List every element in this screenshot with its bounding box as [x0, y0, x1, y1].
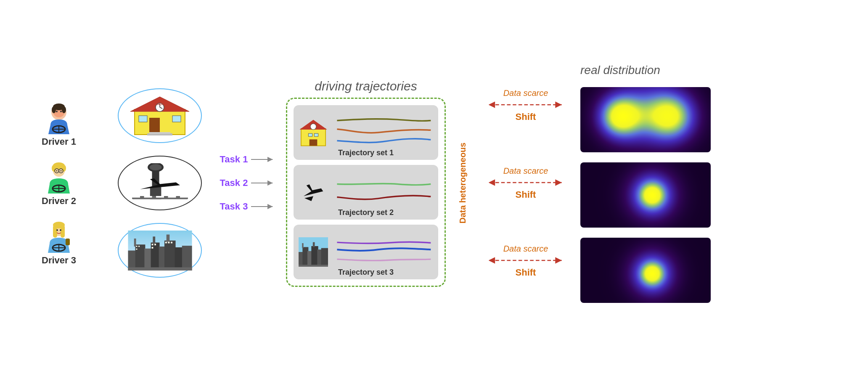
- svg-rect-41: [172, 116, 181, 122]
- dbl-arrow-3-icon: [484, 255, 568, 265]
- svg-point-5: [62, 106, 66, 113]
- svg-rect-69: [136, 248, 137, 249]
- svg-point-14: [52, 165, 56, 172]
- svg-rect-84: [314, 133, 318, 136]
- city-icon: [127, 231, 193, 271]
- svg-rect-50: [132, 196, 140, 197]
- traj3-curves: [332, 235, 433, 269]
- school-icon: SCHOOL: [126, 95, 193, 137]
- bubble-city: [118, 223, 202, 278]
- trajectory-set-1: Trajectory set 1: [294, 105, 438, 160]
- traj2-curves: [332, 175, 433, 209]
- svg-rect-72: [151, 247, 153, 248]
- svg-rect-94: [321, 248, 328, 267]
- svg-rect-67: [136, 246, 137, 247]
- driver2-item: Driver 2: [42, 160, 76, 207]
- svg-rect-64: [166, 234, 169, 242]
- trajectories-title: driving trajectories: [315, 79, 417, 93]
- svg-rect-61: [153, 236, 155, 244]
- svg-rect-30: [66, 239, 70, 245]
- svg-rect-70: [151, 244, 153, 245]
- svg-point-15: [62, 165, 66, 172]
- scarce1-label: Data scarce: [503, 88, 548, 98]
- driver3-avatar: [42, 219, 76, 253]
- svg-rect-66: [182, 246, 192, 271]
- svg-rect-58: [134, 239, 136, 247]
- svg-point-6: [56, 111, 58, 112]
- heatmap-3: [580, 238, 711, 303]
- drivers-section: Driver 1: [17, 101, 101, 266]
- real-distribution-title: real distribution: [580, 64, 660, 77]
- main-container: Driver 1: [0, 0, 868, 366]
- svg-text:SCHOOL: SCHOOL: [153, 103, 167, 106]
- svg-rect-53: [168, 196, 176, 197]
- traj1-school-icon: [299, 118, 328, 147]
- svg-rect-62: [159, 247, 165, 271]
- data-hetero-section: Data heterogeneous: [454, 143, 471, 223]
- arrow1-icon: [251, 155, 276, 164]
- svg-point-4: [52, 106, 56, 113]
- driver1-label: Driver 1: [42, 136, 76, 147]
- traj1-label: Trajectory set 1: [338, 149, 394, 157]
- svg-point-28: [56, 229, 58, 231]
- airport-icon: [127, 163, 193, 203]
- data-hetero-label: Data heterogeneous: [458, 143, 468, 223]
- heatmap-1: [580, 87, 711, 152]
- svg-rect-68: [138, 246, 140, 247]
- svg-rect-85: [310, 139, 318, 146]
- svg-rect-76: [128, 267, 192, 271]
- tasks-section: Task 1 Task 2 Ta: [219, 154, 278, 212]
- bubble-airport: [118, 156, 202, 210]
- svg-rect-89: [302, 243, 304, 248]
- svg-rect-95: [299, 265, 328, 267]
- svg-point-7: [60, 111, 62, 112]
- task1-label: Task 1: [220, 154, 248, 165]
- traj1-curves: [332, 116, 433, 149]
- svg-rect-73: [165, 241, 167, 243]
- task2-arrow: Task 2: [220, 178, 277, 188]
- shift3-label: Shift: [516, 267, 536, 278]
- svg-rect-26: [53, 225, 57, 238]
- trajectory-set-3: Trajectory set 3: [294, 225, 438, 279]
- scarce2-label: Data scarce: [503, 166, 548, 176]
- scarce-item-1: Data scarce Shift: [484, 73, 568, 138]
- driver3-label: Driver 3: [42, 255, 76, 266]
- driver1-avatar: [42, 101, 76, 134]
- dbl-arrow-2-icon: [484, 178, 568, 188]
- svg-rect-40: [139, 116, 147, 122]
- driver2-avatar: [42, 160, 76, 194]
- task3-label: Task 3: [220, 201, 248, 212]
- svg-point-20: [60, 170, 61, 171]
- svg-rect-75: [171, 241, 172, 243]
- shift1-label: Shift: [516, 111, 536, 122]
- scarce-item-2: Data scarce Shift: [484, 151, 568, 216]
- trajectories-dashed-box: Trajectory set 1 T: [286, 98, 446, 287]
- shift2-label: Shift: [516, 189, 536, 200]
- task3-arrow: Task 3: [220, 201, 277, 212]
- traj2-plane-icon: [299, 178, 328, 207]
- trajectories-outer: driving trajectories: [278, 79, 454, 287]
- heatmap-2: [580, 162, 711, 228]
- svg-point-19: [56, 170, 57, 171]
- distribution-section: real distribution: [580, 64, 711, 303]
- scarce-section: Data scarce Shift Data scarce: [471, 73, 580, 294]
- traj2-label: Trajectory set 2: [338, 208, 394, 217]
- task2-label: Task 2: [220, 178, 248, 188]
- svg-rect-52: [156, 196, 164, 197]
- driver3-item: Driver 3: [42, 219, 76, 266]
- svg-point-82: [310, 124, 316, 130]
- svg-rect-74: [168, 241, 169, 243]
- scarce-item-3: Data scarce Shift: [484, 228, 568, 294]
- arrow3-icon: [251, 202, 276, 211]
- bubble-school: SCHOOL: [118, 88, 202, 143]
- svg-rect-71: [154, 244, 156, 245]
- bubbles-section: SCHOOL: [101, 88, 219, 278]
- svg-rect-27: [61, 225, 65, 238]
- task1-arrow: Task 1: [220, 154, 277, 165]
- svg-rect-44: [149, 132, 170, 134]
- scarce3-label: Data scarce: [503, 244, 548, 254]
- svg-point-47: [149, 164, 161, 170]
- svg-rect-63: [164, 240, 175, 270]
- svg-rect-57: [135, 244, 145, 271]
- svg-rect-65: [175, 247, 183, 270]
